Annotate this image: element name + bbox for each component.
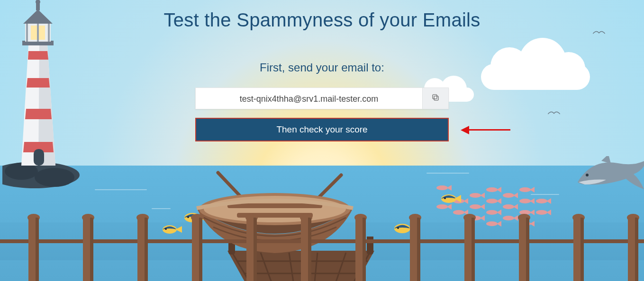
fish-school-icon	[435, 184, 559, 237]
check-score-button[interactable]: Then check your score	[195, 118, 449, 141]
svg-point-21	[397, 227, 399, 229]
test-email-address[interactable]: test-qnix4thha@srv1.mail-tester.com	[195, 88, 422, 109]
svg-rect-39	[237, 213, 313, 218]
instruction-text: First, send your email to:	[0, 61, 644, 74]
email-input-row: test-qnix4thha@srv1.mail-tester.com	[195, 88, 449, 109]
svg-rect-3	[34, 149, 44, 166]
svg-rect-40	[434, 96, 438, 100]
dolphin-icon	[573, 156, 644, 189]
svg-rect-41	[433, 95, 437, 99]
svg-point-12	[586, 174, 589, 176]
annotation-arrow-icon	[461, 126, 510, 134]
boat-icon	[190, 170, 360, 251]
svg-point-2	[35, 168, 74, 187]
copy-icon	[431, 93, 440, 104]
svg-rect-33	[367, 237, 373, 255]
fish-icon	[391, 218, 419, 241]
svg-point-17	[187, 216, 189, 218]
copy-button[interactable]	[422, 88, 449, 109]
svg-point-15	[444, 197, 446, 199]
svg-rect-38	[227, 203, 322, 208]
svg-point-13	[436, 185, 448, 190]
svg-point-19	[165, 228, 167, 230]
page-title: Test the Spammyness of your Emails	[0, 9, 644, 31]
